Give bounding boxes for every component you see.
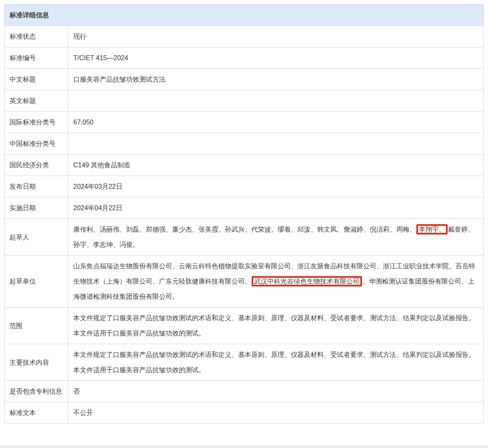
- row-label: 主要技术内容: [5, 344, 68, 381]
- row-value: 不公开: [68, 402, 484, 424]
- table-row-organizations: 起草单位 山东焦点福瑞达生物股份有限公司、云南云科特色植物提取实验室有限公司、浙…: [5, 256, 484, 307]
- row-label: 起草单位: [5, 256, 68, 307]
- table-row: 国民经济分类 C149 其他食品制造: [5, 155, 484, 176]
- row-label: 范围: [5, 307, 68, 344]
- table-row: 标准状态 现行: [5, 26, 484, 47]
- table-row: 实施日期 2024年04月22日: [5, 197, 484, 219]
- row-label: 中国标准分类号: [5, 133, 68, 155]
- standard-detail-table: 标准详细信息 标准状态 现行 标准编号 T/CIET 415—2024 中文标题…: [4, 4, 484, 424]
- row-label: 英文标题: [5, 90, 68, 112]
- drafters-text-before: 康传利、汤丽伟、刘磊、郑德强、廉少杰、张美霞、孙武兴、代荣波、缪着、邱泼、韩文凤…: [73, 226, 416, 233]
- row-value: 本文件规定了口服美容产品抗皱功效测试的术语和定义、基本原则、原理、仪器及材料、受…: [68, 344, 484, 381]
- table-row: 国际标准分类号 67.050: [5, 112, 484, 133]
- row-value: 现行: [68, 26, 484, 47]
- table-header-row: 标准详细信息: [5, 5, 484, 26]
- row-value: [68, 133, 484, 155]
- row-value: 否: [68, 381, 484, 402]
- content-area: 标准详细信息 标准状态 现行 标准编号 T/CIET 415—2024 中文标题…: [0, 0, 488, 424]
- row-value: 口服美容产品抗皱功效测试方法: [68, 69, 484, 90]
- row-label: 中文标题: [5, 69, 68, 90]
- row-value: 山东焦点福瑞达生物股份有限公司、云南云科特色植物提取实验室有限公司、浙江友膳食品…: [68, 256, 484, 307]
- table-row: 范围 本文件规定了口服美容产品抗皱功效测试的术语和定义、基本原则、原理、仪器及材…: [5, 307, 484, 344]
- table-title: 标准详细信息: [5, 5, 484, 26]
- row-label: 发布日期: [5, 176, 68, 197]
- row-value: C149 其他食品制造: [68, 155, 484, 176]
- row-label: 标准文本: [5, 402, 68, 424]
- table-row-technical-content: 主要技术内容 本文件规定了口服美容产品抗皱功效测试的术语和定义、基本原则、原理、…: [5, 344, 484, 381]
- row-label: 标准编号: [5, 47, 68, 69]
- row-value: 67.050: [68, 112, 484, 133]
- table-row-drafters: 起草人 康传利、汤丽伟、刘磊、郑德强、廉少杰、张美霞、孙武兴、代荣波、缪着、邱泼…: [5, 219, 484, 256]
- table-row: 中文标题 口服美容产品抗皱功效测试方法: [5, 69, 484, 90]
- row-label: 实施日期: [5, 197, 68, 219]
- red-highlight-box-drafter: 李翔宇、: [416, 224, 448, 235]
- row-value: 本文件规定了口服美容产品抗皱功效测试的术语和定义、基本原则、原理、仪器及材料、受…: [68, 307, 484, 344]
- row-value: 康传利、汤丽伟、刘磊、郑德强、廉少杰、张美霞、孙武兴、代荣波、缪着、邱泼、韩文凤…: [68, 219, 484, 256]
- row-value: 2024年03月22日: [68, 176, 484, 197]
- page-container: 标准详细信息 标准状态 现行 标准编号 T/CIET 415—2024 中文标题…: [0, 0, 488, 448]
- table-row: 是否包含专利信息 否: [5, 381, 484, 402]
- technical-content-paragraph: 本文件适用于口服美容产品抗皱功效的测试。: [73, 362, 478, 378]
- red-highlight-box-organization: 武汉中科光谷绿色生物技术有限公司: [252, 276, 362, 286]
- row-label: 是否包含专利信息: [5, 381, 68, 402]
- row-label: 国民经济分类: [5, 155, 68, 176]
- row-label: 标准状态: [5, 26, 68, 47]
- row-label: 起草人: [5, 219, 68, 256]
- table-row: 发布日期 2024年03月22日: [5, 176, 484, 197]
- technical-content-paragraph: 本文件规定了口服美容产品抗皱功效测试的术语和定义、基本原则、原理、仪器及材料、受…: [73, 347, 478, 362]
- row-value: T/CIET 415—2024: [68, 47, 484, 69]
- table-row: 标准文本 不公开: [5, 402, 484, 424]
- row-value: [68, 90, 484, 112]
- table-row: 中国标准分类号: [5, 133, 484, 155]
- table-row: 英文标题: [5, 90, 484, 112]
- table-row: 标准编号 T/CIET 415—2024: [5, 47, 484, 69]
- page-bottom-strip: [0, 445, 488, 448]
- row-value: 2024年04月22日: [68, 197, 484, 219]
- row-label: 国际标准分类号: [5, 112, 68, 133]
